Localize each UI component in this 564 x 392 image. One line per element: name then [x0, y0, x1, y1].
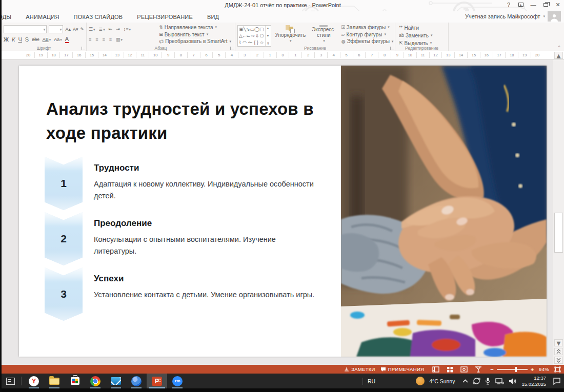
list-item[interactable]: 1 Трудности Адаптация к новому коллектив…: [45, 157, 332, 210]
start-button[interactable]: [2, 374, 19, 388]
find-button[interactable]: ᕯНайти: [399, 24, 419, 31]
left-brace-shape-icon[interactable]: {: [254, 40, 255, 45]
list-item[interactable]: 2 Преодоление Консультации с опытными во…: [45, 212, 332, 265]
triangle-shape-icon[interactable]: △: [239, 33, 243, 38]
font-color-button[interactable]: А: [65, 36, 69, 43]
shape-fill-button[interactable]: 🞔Заливка фигуры▾: [341, 24, 394, 31]
tab-review[interactable]: РЕЦЕНЗИРОВАНИЕ: [130, 12, 200, 22]
tab-view[interactable]: ВИД: [200, 12, 226, 22]
network-display-icon[interactable]: [495, 378, 504, 385]
slide-sorter-view-button[interactable]: [447, 366, 453, 373]
taskbar-file-explorer[interactable]: [44, 374, 65, 388]
freeform-shape-icon[interactable]: ⌙: [247, 33, 251, 38]
quick-styles-button[interactable]: Экспресс-стили▾: [310, 24, 338, 45]
zoom-slider-thumb[interactable]: [515, 367, 517, 372]
down-arrow-shape-icon[interactable]: ⇩: [255, 33, 259, 38]
taskbar-zoom[interactable]: zm: [167, 374, 188, 388]
corner-shape-icon[interactable]: ⬠: [260, 33, 264, 38]
change-case-button[interactable]: Aa▾: [54, 36, 62, 43]
slideshow-view-button[interactable]: [475, 366, 482, 373]
shapes-gallery[interactable]: ▣╲↘▭◯▢ △⌐⌙⇨⇩⬠ ⌇◠〜{}☆ ▲▼⊽: [237, 25, 271, 47]
comments-button[interactable]: ПРИМЕЧАНИЯ: [380, 366, 424, 372]
microphone-icon[interactable]: [485, 377, 491, 385]
shape-outline-button[interactable]: ▱Контур фигуры▾: [341, 31, 394, 38]
clear-formatting-button[interactable]: ✎: [80, 26, 84, 32]
normal-view-button[interactable]: [432, 366, 439, 373]
close-button[interactable]: ✕: [554, 1, 562, 8]
previous-slide-button[interactable]: [554, 348, 563, 355]
language-indicator[interactable]: RU: [368, 378, 375, 384]
arrange-button[interactable]: Упорядочить▾: [273, 24, 308, 45]
italic-button[interactable]: К: [12, 36, 15, 43]
zoom-in-button[interactable]: +: [531, 366, 534, 373]
volume-icon[interactable]: [509, 378, 517, 385]
align-text-button[interactable]: ⊞Выровнять текст▾: [159, 31, 231, 38]
ribbon-display-options-button[interactable]: ▴: [517, 1, 525, 8]
scrollbar-thumb[interactable]: [554, 213, 563, 253]
replace-button[interactable]: abЗаменить▾: [399, 32, 432, 39]
strikethrough-button[interactable]: abc: [32, 36, 39, 43]
tab-animation[interactable]: АНИМАЦИЯ: [18, 12, 66, 22]
slide[interactable]: Анализ трудностей и успехов в ходе практ…: [19, 66, 547, 357]
tab-transitions[interactable]: ХОДЫ: [0, 12, 18, 22]
collapse-ribbon-icon[interactable]: ⌃: [557, 45, 561, 50]
taskbar-chromium[interactable]: [126, 374, 147, 388]
tab-slideshow[interactable]: ПОКАЗ СЛАЙДОВ: [67, 12, 130, 22]
oval-shape-icon[interactable]: ◯: [254, 27, 259, 32]
notes-button[interactable]: ЗАМЕТКИ: [344, 366, 375, 372]
curve-shape-icon[interactable]: 〜: [248, 40, 253, 45]
star-shape-icon[interactable]: ☆: [260, 40, 264, 45]
minimize-button[interactable]: —: [529, 1, 537, 8]
font-size-dropdown[interactable]: ▾: [49, 25, 63, 33]
clock[interactable]: 12:37 15.02.2025: [521, 375, 546, 387]
taskbar-powerpoint[interactable]: P: [147, 374, 167, 388]
bold-button[interactable]: Ж: [4, 36, 9, 43]
rectangle-shape-icon[interactable]: ▭: [250, 27, 254, 32]
columns-button[interactable]: ▥▾: [116, 36, 123, 43]
help-button[interactable]: ?: [505, 1, 513, 8]
font-dialog-launcher[interactable]: [82, 47, 85, 50]
arrow-shape-icon[interactable]: ↘: [246, 27, 250, 32]
bullets-button[interactable]: ☰▾: [89, 26, 95, 33]
paragraph-dialog-launcher[interactable]: [230, 47, 234, 50]
decrease-indent-button[interactable]: ⇤: [109, 26, 113, 32]
shape-effects-button[interactable]: ◍Эффекты фигуры▾: [341, 38, 394, 45]
arc-shape-icon[interactable]: ◠: [243, 40, 247, 45]
increase-indent-button[interactable]: ⇥: [116, 26, 120, 32]
scroll-up-button[interactable]: ▴: [554, 52, 563, 59]
recorder-tray-icon[interactable]: [473, 377, 480, 385]
elbow-shape-icon[interactable]: ⌐: [243, 33, 246, 38]
right-brace-shape-icon[interactable]: }: [257, 40, 258, 45]
taskbar-yandex-browser[interactable]: Y: [24, 374, 44, 388]
numbering-button[interactable]: ≣▾: [99, 26, 105, 33]
taskbar-microsoft-store[interactable]: [65, 374, 85, 388]
font-name-dropdown[interactable]: ▾: [4, 25, 47, 33]
hidden-icons-chevron[interactable]: [462, 379, 468, 383]
grow-font-button[interactable]: A▴: [65, 26, 71, 32]
taskbar-chrome[interactable]: [85, 374, 106, 388]
right-arrow-shape-icon[interactable]: ⇨: [251, 33, 255, 38]
vertical-scrollbar[interactable]: ▴ ▾: [553, 60, 564, 365]
align-left-button[interactable]: ≡: [89, 36, 91, 43]
zoom-level[interactable]: 94%: [539, 366, 549, 372]
scribble-shape-icon[interactable]: ⌇: [239, 40, 241, 45]
scroll-down-button[interactable]: ▾: [554, 339, 563, 346]
account-area[interactable]: Учетная запись Майкрософт ▾: [465, 11, 561, 22]
shapes-gallery-scroll[interactable]: ▲▼⊽: [265, 26, 271, 46]
reading-view-button[interactable]: [460, 366, 468, 373]
zoom-out-button[interactable]: −: [490, 366, 493, 373]
list-item[interactable]: 3 Успехи Установление контакта с детьми.…: [45, 267, 332, 321]
text-direction-button[interactable]: ⇅Направление текста▾: [159, 24, 231, 31]
justify-button[interactable]: ≡: [109, 36, 112, 43]
align-right-button[interactable]: ≡: [103, 36, 105, 43]
underline-button[interactable]: Ч: [18, 36, 22, 43]
action-center-icon[interactable]: [553, 378, 561, 385]
weather-sun-icon[interactable]: [416, 377, 425, 385]
text-shadow-button[interactable]: S: [25, 36, 29, 43]
align-center-button[interactable]: ≡: [95, 36, 98, 43]
restore-button[interactable]: [541, 1, 550, 8]
character-spacing-button[interactable]: АВ▾: [43, 36, 51, 43]
line-spacing-button[interactable]: ↕≡▾: [124, 26, 131, 33]
next-slide-button[interactable]: [554, 357, 563, 364]
zoom-slider[interactable]: [497, 369, 528, 370]
